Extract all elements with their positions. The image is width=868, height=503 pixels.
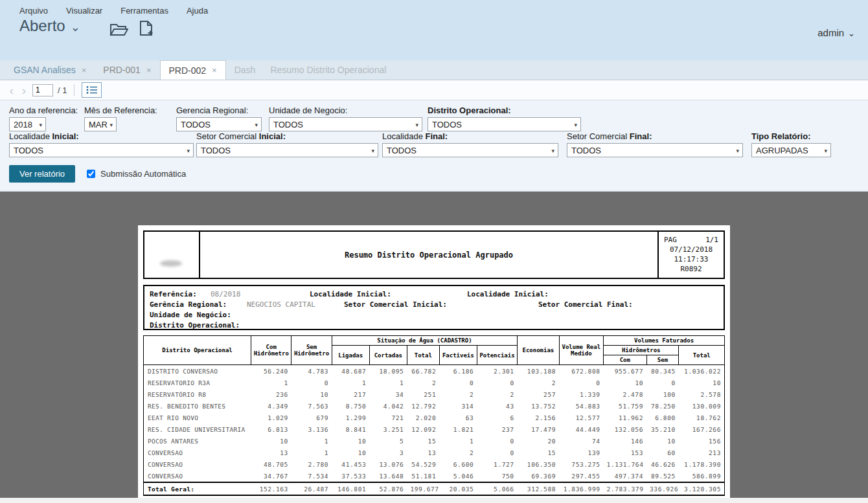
value-cell: 750 [477, 470, 517, 482]
filter-label: Unidade de Negocio: [269, 106, 422, 117]
chevron-down-icon: ▾ [371, 148, 374, 154]
run-report-button[interactable]: Ver relatório [9, 165, 75, 183]
value-cell: 130.009 [679, 400, 725, 412]
new-report-icon[interactable] [139, 20, 154, 40]
value-cell: 217 [332, 388, 369, 400]
filter-label: Setor Comercial Final: [567, 131, 743, 142]
value-cell: 51.181 [407, 470, 439, 482]
open-dropdown[interactable]: Aberto ⌄ [19, 17, 80, 35]
filter-label: Localidade Inicial: [9, 131, 194, 142]
user-menu[interactable]: admin ⌄ [817, 27, 855, 38]
value-cell: 13.076 [369, 458, 407, 470]
value-cell: 1.299 [332, 412, 369, 423]
menu-ajuda[interactable]: Ajuda [187, 6, 208, 16]
auto-submit-checkbox[interactable] [87, 170, 95, 178]
setor-comercial-final-select[interactable]: TODOS▾ [567, 143, 743, 157]
value-cell: 132.056 [604, 423, 646, 435]
company-logo [144, 232, 200, 278]
total-value-cell: 152.163 [251, 482, 291, 495]
value-cell: 2 [477, 388, 517, 400]
mes-referencia-select[interactable]: MAR▾ [84, 117, 117, 131]
tipo-relatorio-select[interactable]: AGRUPADAS▾ [751, 143, 831, 157]
chevron-down-icon: ▾ [255, 122, 258, 128]
report-header-box: Resumo Distrito Operacional Agrupado PAG… [143, 230, 725, 279]
col-hidrometro-com: Com [604, 355, 646, 365]
value-cell: 43 [477, 400, 517, 412]
open-dropdown-label: Aberto [19, 17, 65, 35]
col-cortadas: Cortadas [369, 346, 407, 365]
page-count: 1/1 [705, 235, 718, 245]
logo-mark [160, 260, 182, 267]
value-cell: 2.780 [291, 458, 332, 470]
col-potenciais: Potenciais [477, 346, 517, 365]
value-cell: 0 [559, 377, 604, 388]
value-cell: 15 [518, 447, 559, 458]
value-cell: 12.792 [407, 400, 439, 412]
toolbar-separator [74, 84, 74, 96]
filter-label: Gerencia Regional: [176, 106, 262, 117]
value-cell: 146 [604, 435, 646, 447]
referencia-label: Referência: [150, 290, 197, 298]
value-cell: 46.626 [646, 458, 679, 470]
gerencia-regional-select[interactable]: TODOS▾ [176, 117, 262, 131]
menu-arquivo[interactable]: Arquivo [19, 6, 48, 16]
value-cell: 955.677 [604, 365, 646, 377]
menu-bar: Arquivo Visualizar Ferramentas Ajuda [0, 0, 868, 16]
value-cell: 1.029 [251, 412, 291, 423]
value-cell: 35.210 [646, 423, 679, 435]
close-icon[interactable]: × [146, 65, 152, 75]
value-cell: 236 [251, 388, 291, 400]
setor-comercial-inicial-select[interactable]: TODOS▾ [196, 143, 378, 157]
value-cell: 20 [518, 435, 559, 447]
report-date: 07/12/2018 [664, 245, 718, 254]
open-folder-icon[interactable] [109, 22, 128, 40]
report-code: R0892 [664, 264, 718, 274]
close-icon[interactable]: × [82, 65, 87, 75]
page-label: PAG [664, 235, 677, 245]
value-cell: 56.240 [251, 365, 291, 377]
tab-prd-002[interactable]: PRD-002 × [160, 60, 226, 80]
table-row: EEAT RIO NOVO1.0296791.2997212.0206362.1… [144, 412, 725, 423]
tab-prd-001[interactable]: PRD-001 × [95, 60, 159, 80]
tab-label: Dash [234, 65, 256, 75]
value-cell: 10 [332, 447, 369, 458]
value-cell: 34.767 [251, 470, 291, 482]
value-cell: 1 [251, 377, 291, 388]
close-icon[interactable]: × [212, 65, 217, 75]
menu-visualizar[interactable]: Visualizar [66, 6, 102, 16]
total-value-cell: 199.677 [407, 482, 439, 495]
value-cell: 74 [559, 435, 604, 447]
list-icon [86, 85, 98, 95]
toc-list-button[interactable] [82, 82, 102, 98]
gerencia-label: Gerência Regional: [150, 300, 227, 309]
next-page-button[interactable]: › [20, 84, 28, 96]
tab-gsan-analises[interactable]: GSAN Analises × [5, 60, 95, 80]
ano-referencia-select[interactable]: 2018▾ [9, 117, 46, 131]
value-cell: 34 [369, 388, 407, 400]
distrito-operacional-select[interactable]: TODOS▾ [428, 117, 581, 131]
value-cell: 5 [369, 435, 407, 447]
filter-panel: Ano da referencia: 2018▾ Mês de Referenc… [0, 100, 868, 192]
localidade-final-select[interactable]: TODOS▾ [382, 143, 558, 157]
menu-ferramentas[interactable]: Ferramentas [120, 6, 168, 16]
horizontal-scrollbar[interactable] [0, 498, 868, 503]
report-meta: PAG 1/1 07/12/2018 11:17:33 R0892 [657, 232, 724, 278]
total-value-cell: 2.783.379 [604, 482, 646, 495]
report-page: Resumo Distrito Operacional Agrupado PAG… [138, 225, 730, 503]
unidade-negocio-select[interactable]: TODOS▾ [269, 117, 422, 131]
page-number-input[interactable] [32, 84, 53, 96]
tab-dash[interactable]: Dash [226, 60, 264, 80]
value-cell: 13.648 [369, 470, 407, 482]
value-cell: 6.186 [439, 365, 477, 377]
district-name-cell: RES. CIDADE UNIVERSITARIA [144, 423, 251, 435]
value-cell: 7.534 [291, 470, 332, 482]
district-name-cell: CONVERSAO [144, 458, 251, 470]
value-cell: 0 [439, 377, 477, 388]
value-cell: 156 [679, 435, 725, 447]
filter-mes-referencia: Mês de Referencia: MAR▾ [84, 106, 157, 131]
table-row: CONVERSAO48.7052.78041.45313.07654.5296.… [144, 458, 725, 470]
localidade-inicial-select[interactable]: TODOS▾ [9, 143, 194, 157]
value-cell: 586.899 [679, 470, 725, 482]
value-cell: 89.525 [646, 470, 679, 482]
prev-page-button[interactable]: ‹ [8, 84, 16, 96]
